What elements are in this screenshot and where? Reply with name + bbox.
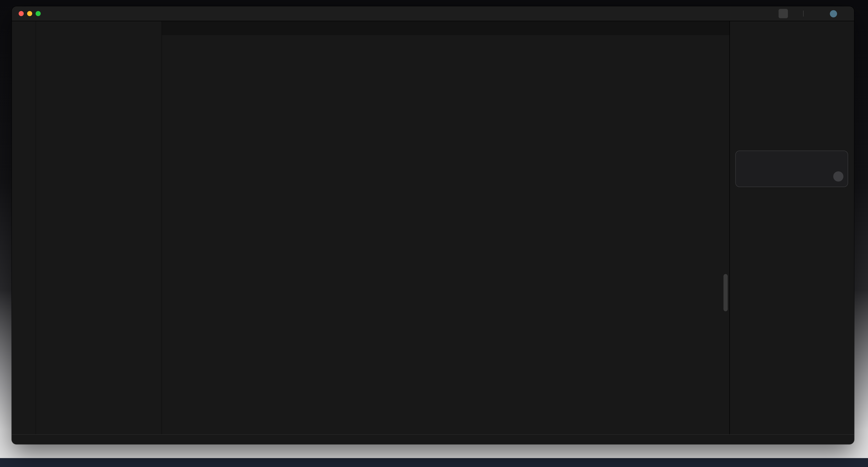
desktop-bottom-strip	[0, 458, 868, 467]
divider	[803, 10, 804, 17]
app-window	[12, 6, 854, 444]
search-icon[interactable]	[792, 10, 799, 17]
minimize-window-button[interactable]	[27, 11, 32, 16]
close-window-button[interactable]	[19, 11, 24, 16]
status-bar	[12, 434, 854, 444]
explorer-sidebar	[36, 21, 162, 434]
send-button[interactable]	[833, 171, 843, 181]
agent-panel	[730, 21, 854, 434]
titlebar	[12, 6, 854, 21]
toggle-right-panel-icon[interactable]	[779, 9, 788, 18]
editor-actions	[717, 21, 730, 35]
editor-group	[162, 21, 730, 434]
agent-input-box[interactable]	[735, 151, 848, 187]
file-tree	[36, 35, 161, 434]
chevron-down-icon	[841, 11, 845, 16]
desktop	[0, 0, 868, 467]
activity-bar	[12, 21, 36, 434]
code-viewport	[162, 43, 730, 434]
settings-gear-icon[interactable]	[819, 10, 826, 17]
tab-bar	[162, 21, 730, 35]
scrollbar-thumb[interactable]	[723, 274, 728, 311]
agent-input-controls	[741, 171, 843, 181]
titlebar-actions	[740, 9, 846, 18]
code-editor[interactable]	[162, 43, 674, 434]
toggle-bottom-panel-icon[interactable]	[768, 10, 774, 17]
layout-grid-icon[interactable]	[745, 10, 752, 17]
avatar[interactable]	[830, 10, 837, 17]
account-menu[interactable]	[841, 11, 846, 16]
minimap[interactable]	[674, 43, 722, 434]
window-controls	[19, 11, 41, 16]
toggle-left-panel-icon[interactable]	[756, 10, 763, 17]
agent-panel-header	[730, 21, 854, 35]
zoom-window-button[interactable]	[36, 11, 41, 16]
attach-plus-icon[interactable]	[741, 174, 747, 179]
breadcrumb	[162, 35, 730, 43]
editor-scrollbar[interactable]	[722, 43, 730, 434]
browser-icon[interactable]	[808, 10, 815, 17]
sidebar-header	[36, 21, 161, 35]
